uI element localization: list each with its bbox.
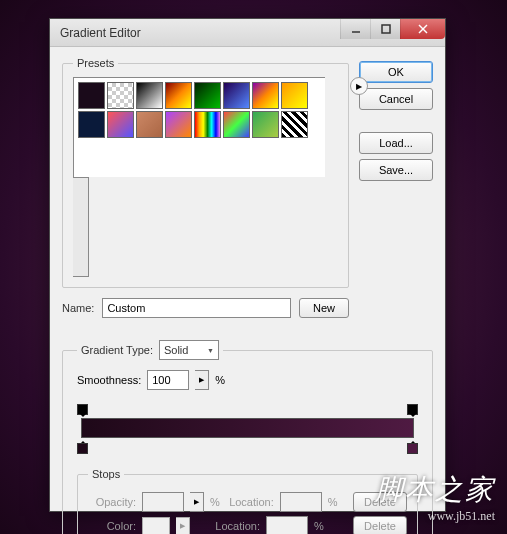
smoothness-label: Smoothness: [77, 374, 141, 386]
color-stop-left[interactable] [77, 441, 88, 454]
smoothness-stepper[interactable]: ▶ [195, 370, 209, 390]
gradient-type-label: Gradient Type: [81, 344, 153, 356]
preset-swatch[interactable] [252, 111, 279, 138]
gradient-editor-dialog: Gradient Editor Presets [49, 18, 446, 512]
close-button[interactable] [400, 19, 445, 39]
location-label: Location: [212, 520, 260, 532]
preset-swatch[interactable] [78, 82, 105, 109]
color-location-input [266, 516, 308, 534]
window-title: Gradient Editor [60, 26, 141, 40]
titlebar[interactable]: Gradient Editor [50, 19, 445, 47]
opacity-input [142, 492, 184, 512]
watermark-url: www.jb51.net [375, 509, 495, 524]
presets-fieldset: Presets [62, 57, 349, 288]
watermark: 脚本之家 www.jb51.net [375, 471, 495, 524]
opacity-label: Opacity: [88, 496, 136, 508]
pct: % [328, 496, 338, 508]
watermark-text: 脚本之家 [375, 471, 495, 509]
preset-swatch[interactable] [194, 111, 221, 138]
preset-swatch[interactable] [281, 82, 308, 109]
preset-swatch[interactable] [78, 111, 105, 138]
preset-swatch[interactable] [223, 111, 250, 138]
color-label: Color: [88, 520, 136, 532]
minimize-button[interactable] [340, 19, 370, 39]
opacity-stepper: ▶ [190, 492, 204, 512]
maximize-button[interactable] [370, 19, 400, 39]
pct: % [210, 496, 220, 508]
stops-fieldset: Stops Opacity: ▶ % Location: % Delete Co… [77, 468, 418, 534]
presets-legend: Presets [73, 57, 118, 69]
opacity-location-input [280, 492, 322, 512]
gradient-bar[interactable] [81, 418, 414, 438]
name-label: Name: [62, 302, 94, 314]
preset-swatch[interactable] [165, 82, 192, 109]
color-well [142, 517, 170, 534]
cancel-button[interactable]: Cancel [359, 88, 433, 110]
preset-swatch[interactable] [223, 82, 250, 109]
preset-swatch[interactable] [107, 111, 134, 138]
smoothness-input[interactable] [147, 370, 189, 390]
window-controls [340, 19, 445, 39]
new-button[interactable]: New [299, 298, 349, 318]
presets-menu-button[interactable]: ▶ [350, 77, 368, 95]
gradient-type-select[interactable]: Solid [159, 340, 219, 360]
preset-swatch[interactable] [107, 82, 134, 109]
smoothness-unit: % [215, 374, 225, 386]
gradient-bar-editor[interactable] [77, 404, 418, 454]
svg-rect-1 [382, 25, 390, 33]
presets-grid[interactable] [73, 77, 325, 177]
preset-swatch[interactable] [252, 82, 279, 109]
location-label: Location: [226, 496, 274, 508]
pct: % [314, 520, 324, 532]
ok-button[interactable]: OK [359, 61, 433, 83]
preset-swatch[interactable] [136, 82, 163, 109]
stops-legend: Stops [88, 468, 124, 480]
presets-scrollbar[interactable] [73, 177, 89, 277]
opacity-stop-right[interactable] [407, 404, 418, 417]
color-stop-right[interactable] [407, 441, 418, 454]
preset-swatch[interactable] [281, 111, 308, 138]
save-button[interactable]: Save... [359, 159, 433, 181]
preset-swatch[interactable] [165, 111, 192, 138]
preset-swatch[interactable] [136, 111, 163, 138]
opacity-stop-left[interactable] [77, 404, 88, 417]
preset-swatch[interactable] [194, 82, 221, 109]
color-well-picker: ▶ [176, 517, 190, 534]
load-button[interactable]: Load... [359, 132, 433, 154]
name-input[interactable] [102, 298, 291, 318]
